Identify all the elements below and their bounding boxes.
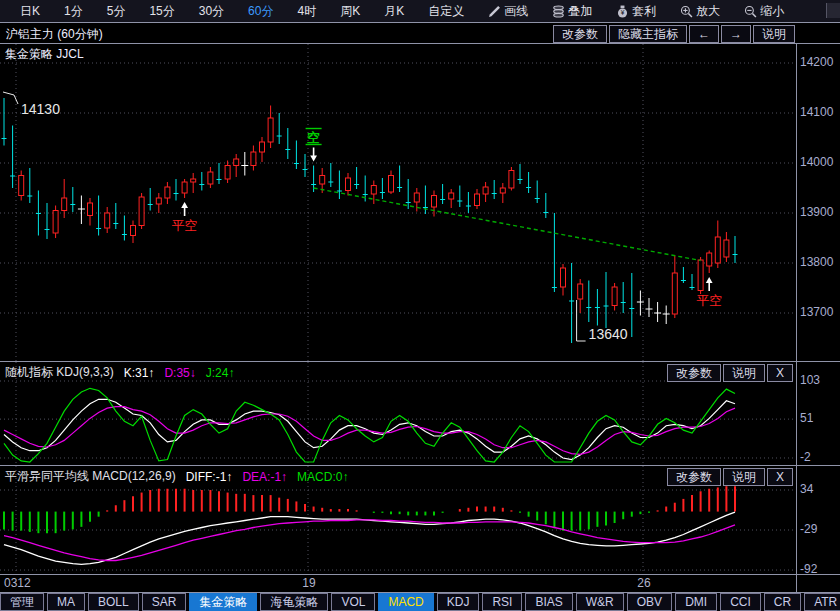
main-chart-canvas[interactable]: 1413013640平空空平空 — [0, 44, 840, 361]
toolbar-item-label: 日K — [20, 3, 40, 20]
indicator-value: J:24↑ — [206, 366, 235, 380]
toolbar-item-hour-4[interactable]: 4时 — [285, 0, 328, 22]
toolbar-item-week-k[interactable]: 周K — [328, 0, 372, 22]
macd-title: 平滑异同平均线 MACD(12,26,9) — [5, 468, 176, 485]
toolbar-item-label: 套利 — [632, 3, 656, 20]
toolbar-item-day-k[interactable]: 日K — [8, 0, 52, 22]
svg-text:¥: ¥ — [621, 9, 625, 16]
toolbar-item-label: 放大 — [696, 3, 720, 20]
toolbar-item-label: 自定义 — [428, 3, 464, 20]
tab-ma[interactable]: MA — [47, 593, 85, 611]
toolbar-item-min-15[interactable]: 15分 — [137, 0, 186, 22]
tab-turtle-strategy[interactable]: 海龟策略 — [260, 593, 328, 611]
toolbar-item-arbitrage[interactable]: ¥套利 — [604, 0, 668, 22]
candles — [2, 98, 738, 343]
tab-manage[interactable]: 管理 — [0, 593, 44, 611]
toolbar-item-label: 叠加 — [568, 3, 592, 20]
toolbar-item-min-30[interactable]: 30分 — [187, 0, 236, 22]
toolbar-item-label: 缩小 — [760, 3, 784, 20]
toolbar-item-zoom-out[interactable]: 缩小 — [732, 0, 796, 22]
y-axis-label: 14100 — [800, 105, 840, 119]
macd-histogram — [4, 486, 735, 533]
kdj-close-button[interactable]: X — [767, 364, 793, 382]
toolbar-item-label: 画线 — [504, 3, 528, 20]
tab-boll[interactable]: BOLL — [88, 593, 139, 611]
tab-wr[interactable]: W&R — [576, 593, 624, 611]
toolbar-item-month-k[interactable]: 月K — [372, 0, 416, 22]
toolbar-item-label: 周K — [340, 3, 360, 20]
macd-header: 平滑异同平均线 MACD(12,26,9) DIFF:-1↑DEA:-1↑MAC… — [5, 468, 348, 485]
indicator-value: DIFF:-1↑ — [186, 470, 233, 484]
tab-cr[interactable]: CR — [764, 593, 801, 611]
indicator-tab-bar: 管理MABOLLSAR集金策略海龟策略VOLMACDKDJRSIBIASW&RO… — [0, 593, 840, 611]
kdj-header: 随机指标 KDJ(9,3,3) K:31↑D:35↓J:24↑ — [5, 364, 234, 381]
y-axis-label: 34 — [800, 482, 840, 496]
toolbar-item-label: 5分 — [107, 3, 126, 20]
tab-vol[interactable]: VOL — [331, 593, 375, 611]
partial-toolbar-button[interactable] — [826, 3, 840, 18]
svg-text:平空: 平空 — [172, 218, 198, 233]
moneybag-icon: ¥ — [616, 5, 629, 18]
titlebar-help-button[interactable]: 说明 — [753, 25, 795, 43]
titlebar-prev-indicator-button[interactable]: ← — [689, 25, 719, 43]
indicator-value: DEA:-1↑ — [242, 470, 287, 484]
x-axis-label: 26 — [631, 576, 657, 590]
price-axis-border — [796, 44, 797, 592]
instrument-title: 沪铝主力 (60分钟) — [6, 26, 103, 43]
titlebar-next-indicator-button[interactable]: → — [721, 25, 751, 43]
y-axis-label: -29 — [800, 522, 840, 536]
zoom-out-icon — [744, 5, 757, 18]
y-axis-label: 13700 — [800, 305, 840, 319]
titlebar-change-params-button[interactable]: 改参数 — [553, 25, 607, 43]
toolbar-item-draw-line[interactable]: 画线 — [476, 0, 540, 22]
kdj-change-params-button[interactable]: 改参数 — [667, 364, 721, 382]
strategy-label: 集金策略 JJCL — [5, 46, 84, 63]
y-axis-label: 13900 — [800, 205, 840, 219]
y-axis-label: 51 — [800, 411, 840, 425]
top-toolbar: 日K1分5分15分30分60分4时周K月K自定义画线叠加¥套利放大缩小 — [0, 0, 840, 22]
tab-atr[interactable]: ATR — [804, 593, 840, 611]
tab-dmi[interactable]: DMI — [675, 593, 717, 611]
titlebar-hide-main-indicator-button[interactable]: 隐藏主指标 — [609, 25, 687, 43]
toolbar-item-min-1[interactable]: 1分 — [52, 0, 95, 22]
x-axis-row: 0312 19 26 — [0, 575, 796, 592]
kdj-help-button[interactable]: 说明 — [723, 364, 765, 382]
y-axis-label: 14000 — [800, 155, 840, 169]
y-axis-label: -92 — [800, 562, 840, 576]
zoom-in-icon — [680, 5, 693, 18]
macd-close-button[interactable]: X — [767, 468, 793, 486]
pencil-icon — [488, 5, 501, 18]
toolbar-item-label: 月K — [384, 3, 404, 20]
svg-text:14130: 14130 — [21, 101, 60, 117]
toolbar-item-overlay[interactable]: 叠加 — [540, 0, 604, 22]
tab-kdj[interactable]: KDJ — [437, 593, 480, 611]
toolbar-item-custom-period[interactable]: 自定义 — [416, 0, 476, 22]
macd-change-params-button[interactable]: 改参数 — [667, 468, 721, 486]
tab-cci[interactable]: CCI — [720, 593, 761, 611]
indicator-value: K:31↑ — [124, 366, 155, 380]
y-axis-label: -2 — [800, 450, 840, 464]
tab-jijin-strategy[interactable]: 集金策略 — [189, 593, 257, 611]
x-axis-label: 19 — [296, 576, 322, 590]
macd-help-button[interactable]: 说明 — [723, 468, 765, 486]
toolbar-item-label: 1分 — [64, 3, 83, 20]
indicator-value: D:35↓ — [164, 366, 195, 380]
toolbar-item-min-60[interactable]: 60分 — [236, 0, 285, 22]
tab-rsi[interactable]: RSI — [482, 593, 522, 611]
x-axis-label: 0312 — [4, 576, 31, 590]
toolbar-item-min-5[interactable]: 5分 — [95, 0, 138, 22]
tab-sar[interactable]: SAR — [142, 593, 187, 611]
y-axis-label: 103 — [800, 373, 840, 387]
title-bar-buttons: 改参数隐藏主指标←→说明 — [553, 25, 795, 43]
toolbar-item-label: 4时 — [297, 3, 316, 20]
kdj-buttons: 改参数说明X — [667, 364, 793, 382]
tab-bias[interactable]: BIAS — [525, 593, 572, 611]
toolbar-item-label: 30分 — [199, 3, 224, 20]
y-axis-label: 13800 — [800, 255, 840, 269]
toolbar-item-zoom-in[interactable]: 放大 — [668, 0, 732, 22]
y-axis-label: 14200 — [800, 55, 840, 69]
toolbar-item-label: 15分 — [149, 3, 174, 20]
tab-macd[interactable]: MACD — [378, 593, 433, 611]
tab-obv[interactable]: OBV — [627, 593, 672, 611]
svg-text:平空: 平空 — [696, 293, 722, 308]
